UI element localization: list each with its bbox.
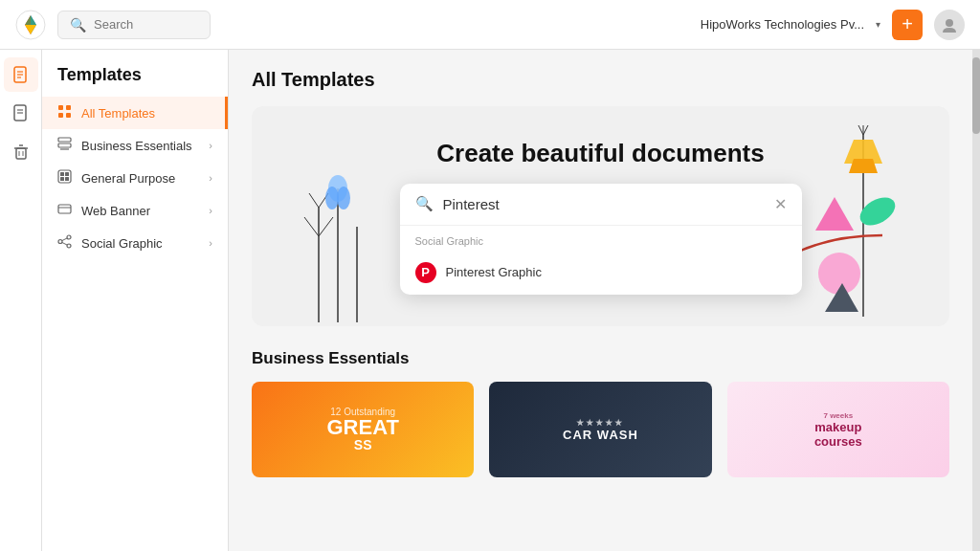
svg-line-39: [319, 193, 328, 208]
svg-point-1: [946, 19, 953, 27]
chevron-right-icon: ›: [209, 140, 212, 151]
svg-point-41: [325, 187, 339, 209]
all-templates-icon: [57, 104, 72, 121]
svg-marker-49: [815, 197, 854, 231]
sidebar-item-business-essentials[interactable]: Business Essentials ›: [42, 129, 228, 162]
svg-rect-17: [66, 113, 71, 118]
svg-point-28: [58, 240, 62, 244]
svg-line-31: [62, 238, 67, 241]
sidebar-icon-trash[interactable]: [4, 134, 38, 168]
plant-right-decoration: [787, 125, 911, 320]
search-modal: 🔍 ✕ Social Graphic P Pinterest Graphic: [400, 184, 802, 295]
svg-rect-16: [58, 113, 63, 118]
sidebar-label-web-banner: Web Banner: [81, 204, 150, 218]
svg-marker-47: [844, 140, 882, 164]
template-grid: 12 Outstanding GREAT SS ★★★★★ CAR WASH 7…: [252, 382, 949, 477]
svg-line-36: [304, 217, 319, 236]
svg-line-38: [309, 193, 319, 208]
business-section-title: Business Essentials: [252, 349, 949, 368]
svg-rect-25: [65, 177, 69, 181]
sidebar-item-web-banner[interactable]: Web Banner ›: [42, 194, 228, 227]
svg-rect-15: [66, 105, 71, 110]
search-modal-input-row: 🔍 ✕: [400, 184, 802, 226]
sidebar-item-all-templates[interactable]: All Templates: [42, 97, 228, 129]
header: 🔍 HipoWorks Technologies Pv... ▾ +: [0, 0, 980, 50]
search-result-item-pinterest[interactable]: P Pinterest Graphic: [415, 254, 787, 291]
svg-line-44: [858, 125, 863, 135]
svg-rect-19: [58, 143, 71, 147]
svg-rect-21: [58, 170, 71, 183]
svg-marker-48: [849, 159, 878, 173]
chevron-right-icon-2: ›: [209, 172, 212, 184]
svg-line-45: [863, 125, 868, 135]
svg-marker-52: [825, 283, 858, 312]
chevron-right-icon-3: ›: [209, 205, 212, 216]
header-search[interactable]: 🔍: [57, 11, 211, 39]
user-avatar[interactable]: [934, 10, 965, 40]
business-essentials-icon: [57, 137, 72, 154]
svg-point-29: [67, 235, 71, 239]
page-title: All Templates: [252, 69, 949, 91]
template-card-2[interactable]: ★★★★★ CAR WASH: [489, 382, 711, 477]
search-input[interactable]: [94, 17, 198, 32]
sidebar-item-general-purpose[interactable]: General Purpose ›: [42, 162, 228, 194]
pinterest-icon: P: [415, 262, 436, 283]
icon-strip: [0, 50, 42, 551]
sidebar-label-social-graphic: Social Graphic: [81, 236, 163, 251]
svg-rect-22: [60, 172, 64, 176]
sidebar-icon-file[interactable]: [4, 96, 38, 130]
svg-line-32: [62, 243, 67, 246]
scrollbar-thumb[interactable]: [972, 57, 980, 134]
content-area: All Templates: [229, 50, 972, 551]
svg-rect-24: [60, 177, 64, 181]
plant-left-decoration: [290, 150, 386, 326]
sidebar-label-business-essentials: Business Essentials: [81, 139, 192, 153]
svg-rect-14: [58, 105, 63, 110]
svg-line-37: [319, 217, 333, 236]
sidebar-item-social-graphic[interactable]: Social Graphic ›: [42, 227, 228, 259]
sidebar-label-general-purpose: General Purpose: [81, 171, 175, 186]
main-layout: Templates All Templates Busine: [0, 50, 980, 551]
sidebar-label-all-templates: All Templates: [81, 106, 155, 121]
svg-point-30: [67, 244, 71, 248]
right-scrollbar[interactable]: [972, 50, 980, 551]
hero-banner: Create beautiful documents 🔍 ✕ Social Gr…: [252, 106, 949, 326]
svg-point-51: [818, 253, 860, 295]
chevron-down-icon: ▾: [876, 19, 880, 30]
sidebar-icon-document[interactable]: [4, 57, 38, 92]
svg-rect-18: [58, 138, 71, 142]
sidebar: Templates All Templates Busine: [42, 50, 229, 551]
social-graphic-icon: [57, 234, 72, 252]
hero-heading: Create beautiful documents: [436, 139, 764, 168]
search-result-group: Social Graphic P Pinterest Graphic: [400, 226, 802, 295]
add-button[interactable]: +: [892, 10, 923, 40]
template-card-3[interactable]: 7 weeks makeup courses: [727, 382, 949, 477]
card-2-label: ★★★★★ CAR WASH: [563, 418, 638, 442]
search-modal-close-icon[interactable]: ✕: [774, 195, 787, 213]
header-right: HipoWorks Technologies Pv... ▾ +: [701, 10, 965, 40]
search-result-text: Pinterest Graphic: [446, 265, 542, 279]
general-purpose-icon: [57, 169, 72, 187]
search-modal-field[interactable]: [443, 196, 765, 212]
svg-point-40: [328, 175, 347, 202]
app-logo[interactable]: [15, 10, 46, 40]
card-1-label: 12 Outstanding GREAT SS: [326, 407, 398, 453]
search-modal-icon: 🔍: [415, 195, 434, 212]
company-name: HipoWorks Technologies Pv...: [701, 17, 864, 32]
sidebar-title: Templates: [42, 65, 228, 97]
business-section: Business Essentials 12 Outstanding GREAT…: [252, 349, 949, 477]
svg-rect-26: [58, 205, 71, 213]
search-icon: 🔍: [70, 17, 86, 33]
svg-rect-9: [16, 148, 26, 159]
svg-rect-23: [65, 172, 69, 176]
chevron-right-icon-4: ›: [209, 237, 212, 249]
result-group-label: Social Graphic: [415, 235, 787, 247]
template-card-1[interactable]: 12 Outstanding GREAT SS: [252, 382, 474, 477]
svg-point-50: [856, 192, 901, 231]
card-3-label: 7 weeks makeup courses: [814, 411, 862, 449]
svg-point-42: [337, 187, 350, 209]
web-banner-icon: [57, 202, 72, 219]
